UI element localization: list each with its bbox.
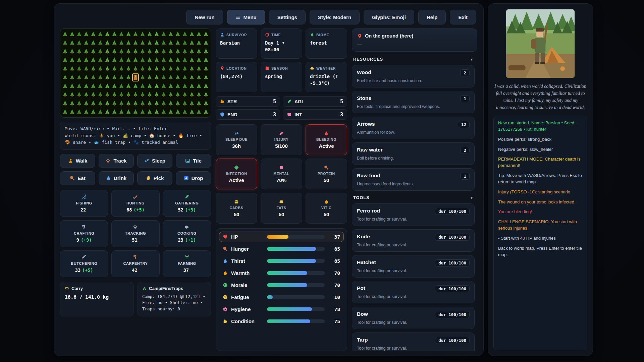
settings-button[interactable]: Settings — [269, 10, 306, 24]
info-label: WEATHER — [316, 66, 336, 70]
skill-card: FISHING 22 — [60, 190, 108, 217]
status-tile: INFECTION Active — [216, 159, 257, 189]
new-run-button[interactable]: New run — [186, 10, 223, 24]
tree-tile — [61, 90, 68, 99]
action-button[interactable]: Pick — [137, 171, 172, 185]
action-button[interactable]: Track — [99, 154, 134, 168]
vital-bar-track — [267, 271, 325, 275]
drop-icon — [223, 258, 228, 263]
tool-item[interactable]: Ferro rod dur 100/100 Tool for crafting … — [352, 203, 475, 226]
carry-value: 18.8 / 141.0 kg — [65, 294, 129, 300]
tree-tile — [61, 99, 68, 108]
tree-tile — [174, 39, 181, 47]
info-label: SEASON — [271, 66, 288, 70]
resource-name: Arrows — [357, 121, 375, 127]
tool-item[interactable]: Bow dur 100/100 Tool for crafting or sur… — [352, 307, 475, 329]
vital-value: 37 — [328, 234, 340, 240]
person-icon — [68, 158, 73, 163]
map-viewport[interactable] — [60, 28, 211, 118]
action-button[interactable]: Tile — [176, 154, 211, 168]
info-value: (84,274) — [220, 73, 253, 80]
action-button[interactable]: Drop — [176, 171, 211, 185]
skill-delta: (+5) — [133, 207, 145, 213]
resource-item[interactable]: Raw food 1 Unprocessed food ingredients. — [352, 168, 475, 191]
status-value: 50 — [234, 212, 239, 217]
menu-button[interactable]: Menu — [227, 10, 265, 24]
attribute-label: AGI — [294, 99, 303, 104]
tree-tile — [118, 64, 125, 73]
exit-button[interactable]: Exit — [450, 10, 476, 24]
action-button[interactable]: Sleep — [137, 154, 172, 168]
vital-label: Morale — [231, 282, 264, 288]
action-button-label: Drink — [114, 175, 126, 181]
resource-item[interactable]: Raw water 2 Boil before drinking. — [352, 142, 475, 165]
vital-value: 78 — [328, 307, 340, 312]
tool-item[interactable]: Tarp dur 100/100 Tool for crafting or su… — [352, 333, 475, 351]
tree-tile — [75, 39, 83, 47]
help-button[interactable]: Help — [418, 10, 446, 24]
skill-delta: (+3) — [185, 207, 196, 213]
info-tile: LOCATION (84,274) — [216, 62, 257, 92]
style-button[interactable]: Style: Modern — [310, 10, 360, 24]
sleepy-icon — [223, 295, 228, 300]
info-label: TIME — [271, 33, 281, 37]
log-message: Back to world map. Press Enter to enter … — [498, 245, 583, 258]
action-button[interactable]: Drink — [99, 171, 134, 185]
ground-scroll-area[interactable]: RESOURCES ▼ Wood 2 Fuel for fire and bas… — [352, 56, 477, 351]
vital-label: Hunger — [231, 246, 264, 252]
skill-card: HUNTING 68 (+5) — [111, 190, 159, 217]
resource-item[interactable]: Arrows 12 Ammunition for bow. — [352, 117, 475, 139]
vital-bar-fill — [267, 283, 307, 287]
tree-tile — [196, 47, 203, 56]
log-message: You are bleeding! — [498, 209, 583, 215]
person-icon — [220, 33, 224, 37]
tree-tile — [97, 30, 104, 39]
tree-tile — [111, 99, 118, 108]
tree-tile — [160, 90, 167, 99]
skill-value: 52 — [178, 207, 183, 213]
tool-item[interactable]: Pot dur 100/100 Tool for crafting or sur… — [352, 281, 475, 303]
resource-item[interactable]: Stone 1 For tools, fireplace and improvi… — [352, 91, 475, 113]
tree-tile — [111, 82, 118, 90]
resource-count-badge: 2 — [460, 147, 470, 154]
tree-tile — [189, 64, 196, 73]
log-panel[interactable]: New run started. Name: Barsian • Seed: 1… — [493, 116, 587, 350]
map-help-line: Move: WASD/↑↓←→ • Wait: . • Tile: Enter — [65, 125, 206, 132]
log-message: Negative perks: slow_healer — [498, 146, 583, 153]
tree-tile — [174, 90, 181, 99]
tree-tile — [97, 47, 104, 56]
status-value: 5/100 — [275, 143, 288, 149]
tree-tile — [174, 30, 181, 39]
tree-tile — [97, 64, 104, 73]
glyphs-button[interactable]: Glyphs: Emoji — [364, 10, 414, 24]
tool-item[interactable]: Knife dur 100/100 Tool for crafting or s… — [352, 229, 475, 252]
tree-tile — [97, 82, 104, 90]
tree-tile — [125, 90, 132, 99]
resource-desc: Unprocessed food ingredients. — [357, 182, 470, 186]
action-button[interactable]: Walk — [60, 154, 95, 168]
tree-tile — [83, 56, 90, 64]
vital-label: Condition — [231, 318, 264, 324]
resources-header[interactable]: RESOURCES ▼ — [352, 56, 475, 65]
skill-value: 9 — [76, 237, 79, 243]
tree-tile — [111, 108, 118, 116]
tool-durability-badge: dur 100/100 — [435, 285, 470, 292]
tree-tile — [146, 56, 153, 64]
tree-tile — [68, 56, 75, 64]
tree-tile — [203, 90, 210, 99]
action-button[interactable]: Eat — [60, 171, 95, 185]
vital-bar-fill — [267, 259, 316, 263]
status-tile: VIT C 50 — [306, 193, 347, 224]
skill-label: TRACKING — [125, 231, 146, 235]
tree-tile — [125, 47, 132, 56]
skill-value: 33 — [75, 267, 80, 273]
status-tile: PROTEIN 50 — [306, 159, 347, 189]
tree-tile — [160, 108, 167, 116]
resource-item[interactable]: Wood 2 Fuel for fire and basic construct… — [352, 65, 475, 87]
log-message: The wound on your torso looks infected. — [498, 199, 583, 205]
tool-item[interactable]: Hatchet dur 100/100 Tool for crafting or… — [352, 255, 475, 278]
tools-header[interactable]: TOOLS ▼ — [352, 194, 475, 203]
tree-tile — [118, 47, 125, 56]
tree-tile — [189, 82, 196, 90]
skill-delta: (+9) — [81, 237, 92, 243]
